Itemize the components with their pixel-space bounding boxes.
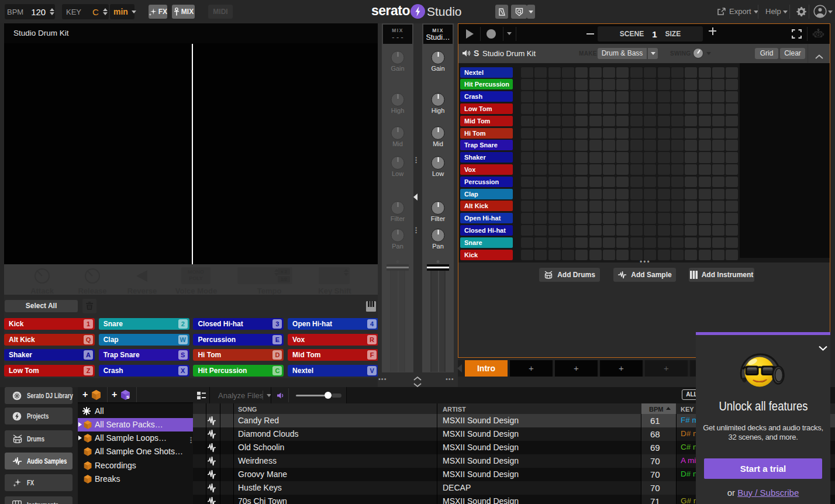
svg-text:S: S [126, 395, 130, 400]
